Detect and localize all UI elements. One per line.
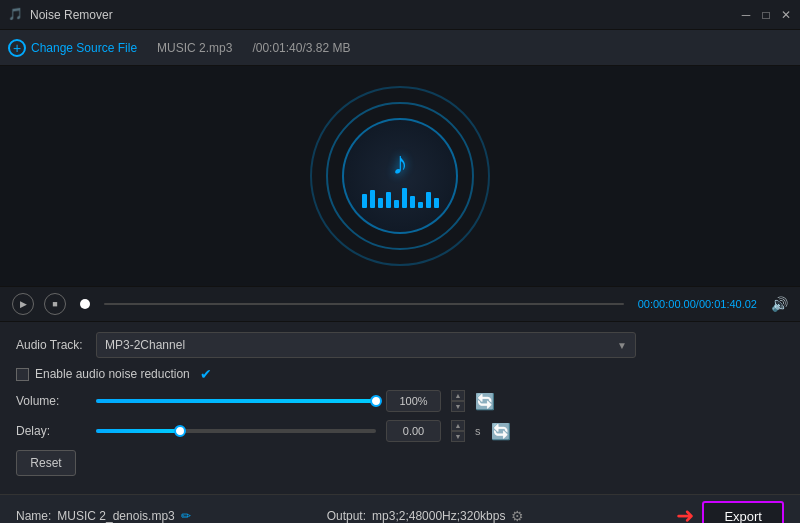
volume-row: Volume: 100% ▲ ▼ 🔄 (16, 390, 784, 412)
file-name: MUSIC 2.mp3 (157, 41, 232, 55)
footer-row1: Name: MUSIC 2_denois.mp3 ✏ Output: mp3;2… (16, 501, 784, 523)
eq-bars (362, 188, 439, 208)
change-source-button[interactable]: + Change Source File (8, 39, 137, 57)
eq-bar (410, 196, 415, 208)
eq-bar (418, 202, 423, 208)
play-button[interactable]: ▶ (12, 293, 34, 315)
delay-spin-buttons[interactable]: ▲ ▼ (451, 420, 465, 442)
reset-button[interactable]: Reset (16, 450, 76, 476)
volume-value[interactable]: 100% (386, 390, 441, 412)
maximize-button[interactable]: □ (760, 9, 772, 21)
delay-slider-fill (96, 429, 180, 433)
volume-label: Volume: (16, 394, 86, 408)
footer-bar: Name: MUSIC 2_denois.mp3 ✏ Output: mp3;2… (0, 494, 800, 523)
audio-track-label: Audio Track: (16, 338, 86, 352)
change-source-label: Change Source File (31, 41, 137, 55)
eq-bar (434, 198, 439, 208)
playback-bar: ▶ ■ 00:00:00.00/00:01:40.02 🔊 (0, 286, 800, 322)
audio-track-row: Audio Track: MP3-2Channel ▼ (16, 332, 784, 358)
app-icon: 🎵 (8, 7, 24, 23)
eq-bar (378, 198, 383, 208)
title-bar: 🎵 Noise Remover ─ □ ✕ (0, 0, 800, 30)
minimize-button[interactable]: ─ (740, 9, 752, 21)
plus-icon: + (8, 39, 26, 57)
output-value: mp3;2;48000Hz;320kbps (372, 509, 505, 523)
delay-label: Delay: (16, 424, 86, 438)
settings-panel: Audio Track: MP3-2Channel ▼ Enable audio… (0, 322, 800, 494)
export-button[interactable]: Export (702, 501, 784, 523)
eq-bar (386, 192, 391, 208)
delay-up-button[interactable]: ▲ (451, 420, 465, 431)
eq-bar (362, 194, 367, 208)
close-button[interactable]: ✕ (780, 9, 792, 21)
reset-row: Reset (16, 450, 784, 476)
delay-slider-thumb[interactable] (174, 425, 186, 437)
toolbar: + Change Source File MUSIC 2.mp3 /00:01:… (0, 30, 800, 66)
file-duration: /00:01:40/3.82 MB (252, 41, 350, 55)
output-settings-gear-icon[interactable]: ⚙ (511, 508, 524, 523)
check-icon: ✔ (200, 366, 212, 382)
time-display: 00:00:00.00/00:01:40.02 (638, 298, 757, 310)
eq-bar (402, 188, 407, 208)
delay-value[interactable]: 0.00 (386, 420, 441, 442)
name-value: MUSIC 2_denois.mp3 (57, 509, 174, 523)
delay-unit: s (475, 425, 481, 437)
volume-sync-icon[interactable]: 🔄 (475, 392, 495, 411)
progress-dot (80, 299, 90, 309)
name-label: Name: (16, 509, 51, 523)
delay-slider-track[interactable] (96, 429, 376, 433)
volume-spin-buttons[interactable]: ▲ ▼ (451, 390, 465, 412)
noise-reduction-checkbox-wrapper[interactable]: Enable audio noise reduction (16, 367, 190, 381)
footer-output-section: Output: mp3;2;48000Hz;320kbps ⚙ (327, 508, 525, 523)
export-section: ➜ Export (676, 501, 784, 523)
delay-down-button[interactable]: ▼ (451, 431, 465, 442)
noise-reduction-label: Enable audio noise reduction (35, 367, 190, 381)
delay-sync-icon[interactable]: 🔄 (491, 422, 511, 441)
audio-track-value: MP3-2Channel (105, 338, 185, 352)
dropdown-arrow-icon: ▼ (617, 340, 627, 351)
stop-button[interactable]: ■ (44, 293, 66, 315)
volume-slider-fill (96, 399, 376, 403)
volume-down-button[interactable]: ▼ (451, 401, 465, 412)
volume-slider-track[interactable] (96, 399, 376, 403)
eq-bar (426, 192, 431, 208)
footer-name-section: Name: MUSIC 2_denois.mp3 ✏ (16, 509, 191, 523)
volume-up-button[interactable]: ▲ (451, 390, 465, 401)
progress-track[interactable] (104, 303, 624, 305)
output-label: Output: (327, 509, 366, 523)
audio-track-dropdown[interactable]: MP3-2Channel ▼ (96, 332, 636, 358)
delay-row: Delay: 0.00 ▲ ▼ s 🔄 (16, 420, 784, 442)
volume-slider-thumb[interactable] (370, 395, 382, 407)
player-area: ♪ (0, 66, 800, 286)
eq-bar (394, 200, 399, 208)
app-title: Noise Remover (30, 8, 113, 22)
noise-reduction-row: Enable audio noise reduction ✔ (16, 366, 784, 382)
volume-icon[interactable]: 🔊 (771, 296, 788, 312)
title-bar-left: 🎵 Noise Remover (8, 7, 113, 23)
circle-inner: ♪ (342, 118, 458, 234)
noise-reduction-checkbox[interactable] (16, 368, 29, 381)
total-time: 00:01:40.02 (699, 298, 757, 310)
export-arrow-icon: ➜ (676, 503, 694, 523)
music-note-icon: ♪ (392, 145, 408, 182)
edit-icon[interactable]: ✏ (181, 509, 191, 523)
current-time: 00:00:00.00 (638, 298, 696, 310)
window-controls: ─ □ ✕ (740, 9, 792, 21)
eq-bar (370, 190, 375, 208)
visualizer: ♪ (310, 86, 490, 266)
